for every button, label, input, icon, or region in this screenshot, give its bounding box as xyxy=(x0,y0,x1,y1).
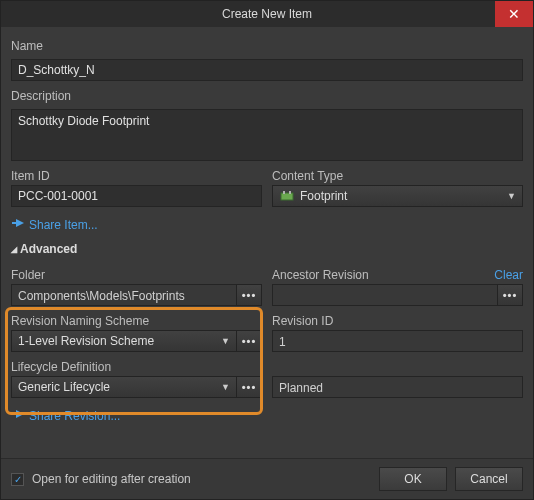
dialog-body: Name Description Schottky Diode Footprin… xyxy=(1,27,533,458)
ancestor-revision-input[interactable] xyxy=(272,284,497,306)
description-text: Schottky Diode Footprint xyxy=(18,114,149,128)
share-item-text: Share Item... xyxy=(29,218,98,232)
folder-input[interactable]: Components\Models\Footprints xyxy=(11,284,236,306)
ellipsis-icon: ••• xyxy=(242,381,257,393)
svg-rect-1 xyxy=(283,191,285,194)
lifecycle-definition-dropdown[interactable]: Generic Lifecycle ▼ xyxy=(11,376,236,398)
revision-id-label: Revision ID xyxy=(272,314,523,328)
share-revision-link[interactable]: Share Revision... xyxy=(11,408,523,423)
lifecycle-state-value: Planned xyxy=(279,381,323,395)
chevron-down-icon: ▼ xyxy=(221,382,230,392)
close-button[interactable]: ✕ xyxy=(495,1,533,27)
ok-button[interactable]: OK xyxy=(379,467,447,491)
folder-browse-button[interactable]: ••• xyxy=(236,284,262,306)
dialog-footer: ✓ Open for editing after creation OK Can… xyxy=(1,458,533,499)
clear-link[interactable]: Clear xyxy=(494,268,523,282)
revision-naming-config-button[interactable]: ••• xyxy=(236,330,262,352)
titlebar: Create New Item ✕ xyxy=(1,1,533,27)
chevron-down-icon: ▼ xyxy=(507,191,516,201)
share-item-link[interactable]: Share Item... xyxy=(11,217,523,232)
ancestor-revision-label: Ancestor Revision xyxy=(272,268,369,282)
lifecycle-definition-label: Lifecycle Definition xyxy=(11,360,262,374)
cancel-button[interactable]: Cancel xyxy=(455,467,523,491)
svg-rect-2 xyxy=(289,191,291,194)
revision-id-display: 1 xyxy=(272,330,523,352)
revision-naming-dropdown[interactable]: 1-Level Revision Scheme ▼ xyxy=(11,330,236,352)
lifecycle-state-display: Planned xyxy=(272,376,523,398)
ok-button-label: OK xyxy=(404,472,421,486)
revision-naming-value: 1-Level Revision Scheme xyxy=(18,334,154,348)
ellipsis-icon: ••• xyxy=(242,289,257,301)
chevron-down-icon: ▼ xyxy=(221,336,230,346)
close-icon: ✕ xyxy=(508,6,520,22)
ellipsis-icon: ••• xyxy=(503,289,518,301)
ellipsis-icon: ••• xyxy=(242,335,257,347)
revision-id-value: 1 xyxy=(279,335,286,349)
dialog-title: Create New Item xyxy=(222,7,312,21)
svg-rect-0 xyxy=(281,193,293,200)
share-icon xyxy=(11,217,25,232)
item-id-label: Item ID xyxy=(11,169,262,183)
dialog-window: Create New Item ✕ Name Description Schot… xyxy=(0,0,534,500)
description-input[interactable]: Schottky Diode Footprint xyxy=(11,109,523,161)
check-icon: ✓ xyxy=(14,474,22,485)
advanced-label: Advanced xyxy=(20,242,77,256)
item-id-input[interactable] xyxy=(11,185,262,207)
share-revision-text: Share Revision... xyxy=(29,409,120,423)
description-label: Description xyxy=(11,89,523,103)
content-type-value: Footprint xyxy=(300,189,347,203)
lifecycle-state-spacer xyxy=(272,360,523,374)
lifecycle-definition-value: Generic Lifecycle xyxy=(18,380,110,394)
revision-naming-label: Revision Naming Scheme xyxy=(11,314,262,328)
name-label: Name xyxy=(11,39,523,53)
folder-value: Components\Models\Footprints xyxy=(18,289,185,303)
content-type-label: Content Type xyxy=(272,169,523,183)
folder-label: Folder xyxy=(11,268,262,282)
cancel-button-label: Cancel xyxy=(470,472,507,486)
ancestor-browse-button[interactable]: ••• xyxy=(497,284,523,306)
expand-icon: ◢ xyxy=(11,245,17,254)
open-for-edit-label[interactable]: Open for editing after creation xyxy=(32,472,191,486)
name-input[interactable] xyxy=(11,59,523,81)
share-icon xyxy=(11,408,25,423)
lifecycle-config-button[interactable]: ••• xyxy=(236,376,262,398)
content-type-dropdown[interactable]: Footprint ▼ xyxy=(272,185,523,207)
open-for-edit-checkbox[interactable]: ✓ xyxy=(11,473,24,486)
advanced-section-toggle[interactable]: ◢ Advanced xyxy=(11,242,523,256)
footprint-icon xyxy=(279,188,295,204)
